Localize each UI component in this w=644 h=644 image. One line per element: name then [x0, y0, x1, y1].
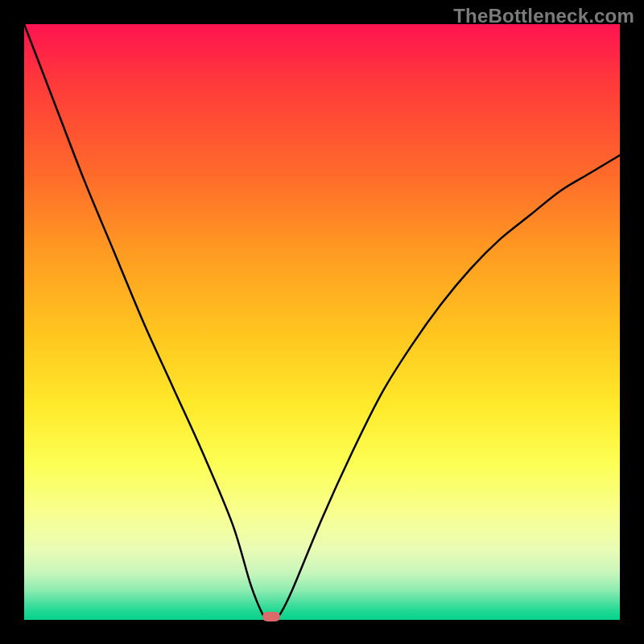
chart-frame: TheBottleneck.com	[0, 0, 644, 644]
plot-area	[24, 24, 620, 620]
watermark-text: TheBottleneck.com	[453, 5, 634, 27]
bottleneck-curve	[24, 24, 620, 620]
minimum-marker	[262, 612, 280, 621]
